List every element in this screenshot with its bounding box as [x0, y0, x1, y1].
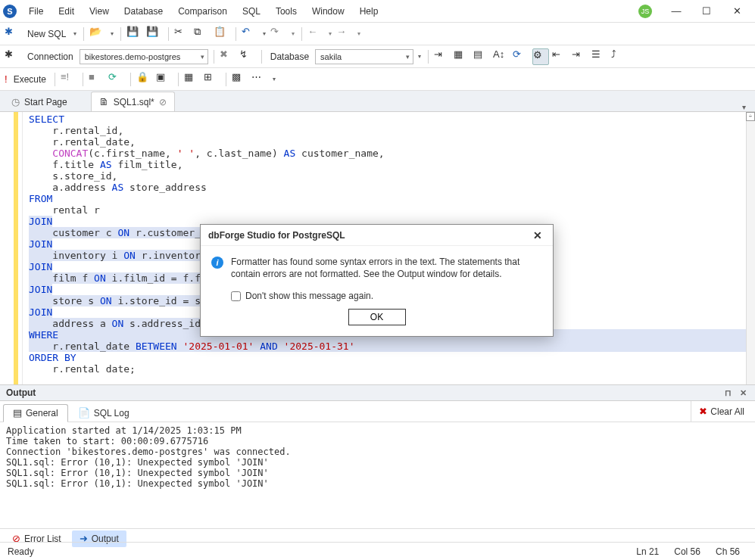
- main-menu: File Edit View Database Comparison SQL T…: [23, 3, 638, 20]
- snippet-icon[interactable]: ▦: [454, 48, 470, 65]
- align-right-icon[interactable]: ⇥: [572, 48, 588, 65]
- dialog-title: dbForge Studio for PostgreSQL: [208, 230, 345, 241]
- undo-dropdown[interactable]: ▾: [261, 30, 267, 37]
- database-combo[interactable]: sakila: [315, 49, 413, 64]
- case-icon[interactable]: A↕: [493, 48, 510, 65]
- database-label: Database: [267, 51, 312, 62]
- clear-all-label: Clear All: [710, 406, 744, 417]
- output-toolbar: ▤ General 📄 SQL Log ✖ Clear All: [0, 401, 755, 422]
- exec-script-icon[interactable]: ≡!: [61, 71, 77, 88]
- dont-show-checkbox[interactable]: [231, 291, 241, 301]
- nav-back-icon: ←: [307, 26, 324, 42]
- more-dropdown[interactable]: ▾: [271, 76, 277, 82]
- open-file-icon[interactable]: 📂: [89, 26, 106, 42]
- list-icon[interactable]: ☰: [591, 48, 608, 65]
- menu-view[interactable]: View: [83, 3, 115, 20]
- comment-icon[interactable]: ▤: [473, 48, 490, 65]
- split-box-icon[interactable]: ÷: [746, 112, 755, 121]
- refresh-exec-icon[interactable]: ⟳: [108, 71, 125, 88]
- titlebar: S File Edit View Database Comparison SQL…: [0, 0, 755, 23]
- output-tab-sqllog-label: SQL Log: [94, 408, 129, 418]
- refresh-icon[interactable]: ⟳: [513, 48, 529, 65]
- maximize-button[interactable]: ☐: [691, 0, 722, 23]
- ok-button[interactable]: OK: [348, 309, 406, 325]
- tab-start-page[interactable]: ◷ Start Page: [3, 92, 76, 111]
- image-icon[interactable]: ▩: [232, 71, 248, 88]
- connection-toolbar: ✱ Connection bikestores.demo-postgres ✖ …: [0, 45, 755, 68]
- app-logo-icon: S: [3, 5, 17, 18]
- dialog-close-icon[interactable]: ✕: [530, 229, 545, 241]
- new-connection-icon[interactable]: ✱: [5, 26, 21, 42]
- connection-label: Connection: [24, 51, 76, 62]
- lock-icon[interactable]: 🔒: [136, 71, 153, 88]
- export-icon[interactable]: ⤴: [611, 48, 628, 65]
- output-panel-header: Output ⊓ ✕: [0, 384, 755, 401]
- minimize-button[interactable]: —: [661, 0, 691, 23]
- connection-combo[interactable]: bikestores.demo-postgres: [80, 49, 208, 64]
- output-tab-general[interactable]: ▤ General: [3, 404, 68, 422]
- conn-refresh-icon[interactable]: ↯: [239, 48, 256, 65]
- new-sql-dropdown[interactable]: ▾: [72, 30, 78, 37]
- clear-all-icon: ✖: [699, 406, 707, 417]
- standard-toolbar: ✱ New SQL ▾ 📂 ▾ 💾 💾 ✂ ⧉ 📋 ↶ ▾ ↷ ▾ ← ▾ → …: [0, 23, 755, 45]
- status-ready: Ready: [8, 546, 34, 557]
- menu-sql[interactable]: SQL: [236, 3, 267, 20]
- status-ch: Ch 56: [708, 546, 747, 557]
- tab-start-label: Start Page: [24, 97, 67, 107]
- align-left-icon[interactable]: ⇤: [552, 48, 569, 65]
- save-all-icon[interactable]: 💾: [146, 26, 163, 42]
- conn-icon[interactable]: ✱: [5, 48, 21, 65]
- clear-all-button[interactable]: ✖ Clear All: [691, 401, 752, 422]
- cut-icon[interactable]: ✂: [174, 26, 191, 42]
- nav-fwd-icon: →: [336, 26, 353, 42]
- undo-icon[interactable]: ↶: [242, 26, 258, 42]
- dont-show-label: Don't show this message again.: [245, 291, 373, 301]
- paste-icon[interactable]: 📋: [214, 26, 230, 42]
- execute-toolbar: ! Execute ≡! ■ ⟳ 🔒 ▣ ▦ ⊞ ▩ ⋯ ▾: [0, 68, 755, 91]
- new-sql-button[interactable]: New SQL: [24, 29, 69, 39]
- format-sql-icon[interactable]: ⚙: [532, 48, 549, 65]
- grid2-icon[interactable]: ⊞: [204, 71, 220, 88]
- info-icon: i: [211, 257, 223, 269]
- menu-file[interactable]: File: [23, 3, 49, 20]
- save-icon[interactable]: 💾: [126, 26, 143, 42]
- tab-sql1-label: SQL1.sql*: [114, 97, 154, 107]
- menu-edit[interactable]: Edit: [52, 3, 80, 20]
- menu-tools[interactable]: Tools: [270, 3, 303, 20]
- copy-icon[interactable]: ⧉: [194, 26, 211, 42]
- output-pin-icon[interactable]: ⊓: [722, 388, 734, 398]
- output-tab-general-label: General: [26, 408, 58, 418]
- stop-icon: ■: [89, 71, 105, 88]
- execute-icon[interactable]: !: [5, 73, 8, 85]
- menu-window[interactable]: Window: [306, 3, 351, 20]
- output-close-icon[interactable]: ✕: [737, 388, 749, 398]
- menu-help[interactable]: Help: [354, 3, 385, 20]
- db-dropdown[interactable]: ▾: [416, 53, 423, 60]
- more-icon[interactable]: ⋯: [251, 71, 268, 88]
- editor-gutter: [0, 112, 23, 384]
- general-icon: ▤: [13, 407, 22, 418]
- redo-icon: ↷: [270, 26, 287, 42]
- start-page-icon: ◷: [11, 96, 20, 107]
- user-badge[interactable]: JS: [638, 5, 652, 18]
- tab-sql1[interactable]: 🗎 SQL1.sql* ⊘: [91, 92, 175, 111]
- redo-dropdown: ▾: [290, 30, 296, 37]
- sqllog-icon: 📄: [78, 407, 90, 418]
- document-tabs: ◷ Start Page 🗎 SQL1.sql* ⊘ ▾: [0, 91, 755, 112]
- close-button[interactable]: ✕: [722, 0, 752, 23]
- tab-close-icon[interactable]: ⊘: [159, 97, 167, 107]
- grid1-icon[interactable]: ▦: [184, 71, 201, 88]
- status-line: Ln 21: [629, 546, 666, 557]
- tab-list-dropdown[interactable]: ▾: [736, 103, 752, 111]
- box-icon[interactable]: ▣: [156, 71, 173, 88]
- menu-comparison[interactable]: Comparison: [172, 3, 233, 20]
- execute-button[interactable]: Execute: [11, 74, 49, 85]
- open-dropdown[interactable]: ▾: [109, 30, 115, 37]
- conn-x-icon[interactable]: ✖: [220, 48, 236, 65]
- sql-file-icon: 🗎: [99, 96, 109, 107]
- menu-database[interactable]: Database: [118, 3, 169, 20]
- output-tab-sqllog[interactable]: 📄 SQL Log: [68, 404, 139, 422]
- editor-scrollbar[interactable]: ÷: [746, 112, 755, 384]
- indent-icon[interactable]: ⇥: [434, 48, 451, 65]
- formatter-error-dialog: dbForge Studio for PostgreSQL ✕ i Format…: [200, 224, 554, 337]
